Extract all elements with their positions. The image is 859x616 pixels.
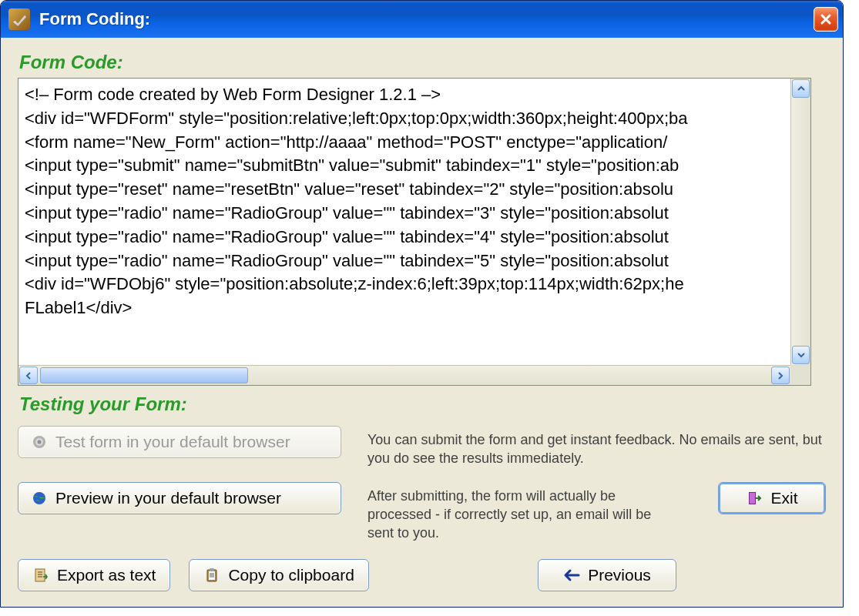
preview-form-label: Preview in your default browser [55, 489, 281, 507]
horizontal-scrollbar[interactable] [18, 365, 790, 385]
svg-rect-6 [35, 569, 45, 581]
exit-door-icon [746, 490, 763, 507]
close-button[interactable] [814, 7, 838, 32]
copy-clipboard-button[interactable]: Copy to clipboard [189, 559, 368, 591]
svg-rect-5 [750, 493, 755, 504]
window-title: Form Coding: [39, 9, 814, 29]
chevron-left-icon [24, 371, 33, 380]
app-icon [8, 8, 30, 30]
scroll-up-button[interactable] [792, 79, 810, 98]
chevron-right-icon [776, 371, 785, 380]
export-file-icon [32, 567, 49, 584]
test-form-description: You can submit the form and get instant … [367, 430, 826, 468]
scroll-down-button[interactable] [792, 346, 810, 364]
chevron-down-icon [797, 350, 806, 360]
preview-form-description: After submitting, the form will actually… [367, 487, 660, 543]
scroll-corner [790, 365, 810, 385]
scroll-left-button[interactable] [19, 367, 38, 384]
vertical-scrollbar[interactable] [790, 79, 810, 365]
test-form-button: Test form in your default browser [18, 426, 341, 458]
client-area: Form Code: <!– Form code created by Web … [1, 38, 843, 607]
previous-button[interactable]: Previous [538, 559, 676, 591]
copy-clipboard-label: Copy to clipboard [228, 566, 354, 584]
export-text-label: Export as text [57, 566, 156, 584]
testing-heading: Testing your Form: [19, 393, 826, 415]
export-text-button[interactable]: Export as text [18, 559, 170, 591]
title-bar: Form Coding: [1, 1, 843, 38]
code-content[interactable]: <!– Form code created by Web Form Design… [18, 79, 790, 365]
preview-form-button[interactable]: Preview in your default browser [18, 482, 341, 514]
vertical-scroll-track[interactable] [791, 99, 810, 345]
previous-label: Previous [588, 566, 651, 584]
globe-gear-icon [31, 434, 48, 450]
svg-point-2 [38, 440, 42, 444]
test-form-label: Test form in your default browser [55, 433, 290, 451]
clipboard-icon [203, 567, 220, 584]
code-textarea[interactable]: <!– Form code created by Web Form Design… [18, 78, 811, 386]
horizontal-scroll-track[interactable] [39, 366, 770, 385]
arrow-left-icon [563, 567, 580, 584]
horizontal-scroll-thumb[interactable] [40, 367, 248, 383]
close-icon [820, 13, 832, 25]
exit-button[interactable]: Exit [718, 482, 826, 514]
form-code-heading: Form Code: [19, 52, 826, 73]
chevron-up-icon [797, 84, 806, 93]
exit-label: Exit [770, 489, 797, 507]
globe-icon [31, 490, 48, 507]
dialog-window: Form Coding: Form Code: <!– Form code cr… [0, 0, 844, 608]
scroll-right-button[interactable] [771, 367, 790, 384]
svg-rect-12 [210, 568, 214, 571]
